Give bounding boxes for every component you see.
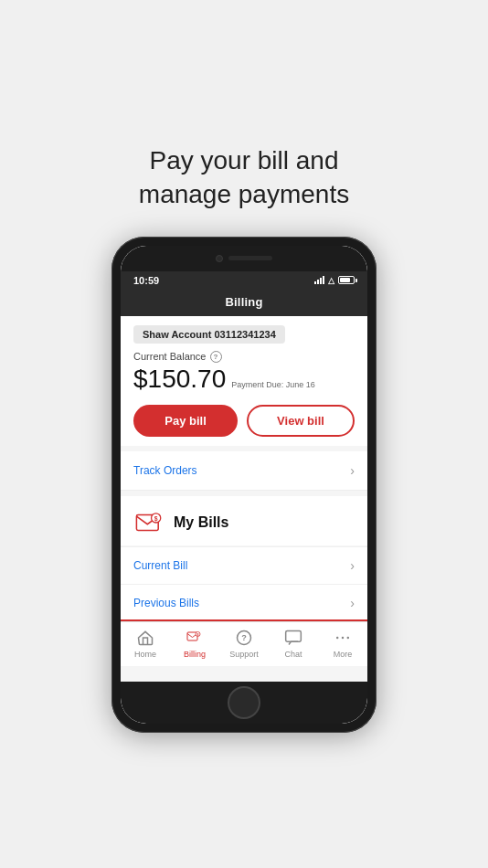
tab-bar: Home $ Billing xyxy=(121,621,367,666)
tab-home-label: Home xyxy=(134,650,156,659)
balance-label-row: Current Balance ? xyxy=(133,351,355,363)
previous-bills-chevron-icon: › xyxy=(350,596,355,610)
previous-bills-label: Previous Bills xyxy=(133,597,199,609)
bills-envelope-icon: $ xyxy=(133,507,164,538)
wifi-icon: △ xyxy=(328,276,334,285)
nav-bar: Billing xyxy=(121,290,367,316)
tab-chat[interactable]: Chat xyxy=(269,628,318,659)
tab-billing[interactable]: $ Billing xyxy=(170,628,219,659)
svg-point-11 xyxy=(347,637,350,640)
current-bill-item[interactable]: Current Bill › xyxy=(121,546,367,584)
pay-bill-button[interactable]: Pay bill xyxy=(133,405,238,437)
balance-amount: $150.70 xyxy=(133,365,226,394)
track-orders-chevron-icon: › xyxy=(350,463,355,478)
help-icon[interactable]: ? xyxy=(210,351,222,363)
track-orders-label: Track Orders xyxy=(133,464,197,477)
phone-shell: 10:59 △ Billing xyxy=(111,237,377,733)
current-bill-chevron-icon: › xyxy=(350,558,355,573)
track-orders-item[interactable]: Track Orders › xyxy=(121,451,367,491)
home-icon xyxy=(136,628,154,648)
my-bills-header: $ My Bills xyxy=(121,496,367,545)
svg-text:$: $ xyxy=(197,632,199,636)
tab-more-label: More xyxy=(334,650,353,659)
content-area: Shaw Account 03112341234 Current Balance… xyxy=(121,316,367,682)
account-badge: Shaw Account 03112341234 xyxy=(133,325,285,344)
page-wrapper: Pay your bill and manage payments 10:59 xyxy=(0,117,488,751)
status-bar: 10:59 △ xyxy=(121,271,367,290)
status-icons: △ xyxy=(314,276,355,285)
tab-chat-label: Chat xyxy=(284,650,302,659)
balance-row: $150.70 Payment Due: June 16 xyxy=(133,365,355,396)
previous-bills-item[interactable]: Previous Bills › xyxy=(121,584,367,621)
phone-bottom-bar xyxy=(121,682,367,724)
battery-fill xyxy=(340,278,350,282)
tab-home[interactable]: Home xyxy=(121,628,170,659)
my-bills-title: My Bills xyxy=(174,514,228,531)
due-date: Payment Due: June 16 xyxy=(231,380,315,389)
page-headline: Pay your bill and manage payments xyxy=(139,144,349,211)
tab-support-label: Support xyxy=(229,650,259,659)
tab-billing-label: Billing xyxy=(184,650,206,659)
status-time: 10:59 xyxy=(133,275,159,286)
current-bill-label: Current Bill xyxy=(133,559,187,572)
account-header: Shaw Account 03112341234 Current Balance… xyxy=(121,316,367,446)
svg-rect-8 xyxy=(286,630,302,641)
home-button[interactable] xyxy=(228,686,260,719)
phone-screen: 10:59 △ Billing xyxy=(121,246,367,724)
phone-top-bar xyxy=(121,246,367,271)
tab-support[interactable]: ? Support xyxy=(219,628,269,659)
svg-text:$: $ xyxy=(154,515,158,523)
svg-point-10 xyxy=(342,637,345,640)
view-bill-button[interactable]: View bill xyxy=(247,405,355,437)
nav-title: Billing xyxy=(225,295,262,309)
camera xyxy=(216,255,223,262)
svg-text:?: ? xyxy=(241,633,247,642)
section-title-row: $ My Bills xyxy=(133,507,355,538)
support-icon: ? xyxy=(235,628,253,648)
battery-icon xyxy=(338,276,355,284)
more-icon xyxy=(334,628,352,648)
bills-list: Current Bill › Previous Bills › xyxy=(121,546,367,621)
chat-icon xyxy=(284,628,302,648)
action-buttons: Pay bill View bill xyxy=(133,405,355,437)
signal-bars-icon xyxy=(314,276,324,284)
tab-more[interactable]: More xyxy=(318,628,367,659)
svg-point-9 xyxy=(336,637,339,640)
speaker xyxy=(228,256,272,260)
billing-icon: $ xyxy=(186,628,204,648)
